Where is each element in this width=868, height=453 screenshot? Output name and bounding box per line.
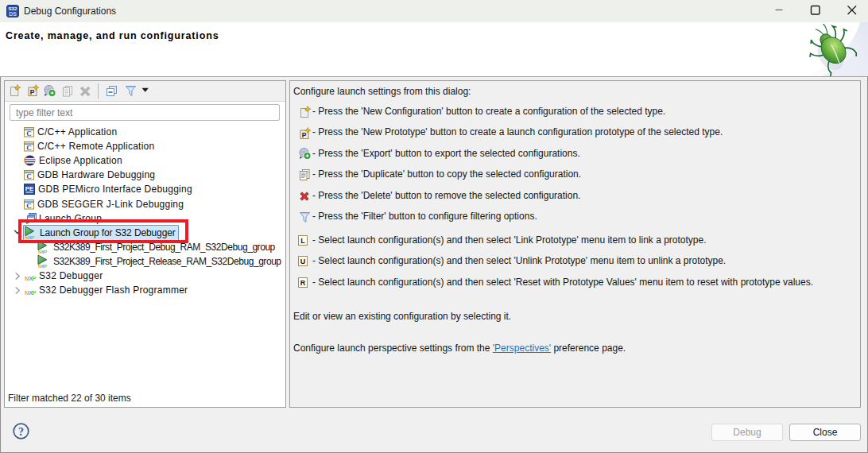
svg-text:NXP: NXP bbox=[38, 264, 47, 269]
svg-text:NXP: NXP bbox=[25, 275, 37, 282]
svg-text:NXP: NXP bbox=[38, 250, 47, 254]
svg-text:C: C bbox=[26, 144, 32, 152]
svg-text:P: P bbox=[302, 131, 307, 139]
svg-text:L: L bbox=[300, 237, 305, 245]
svg-text:NXP: NXP bbox=[25, 289, 37, 296]
svg-text:C: C bbox=[26, 172, 32, 180]
svg-text:C: C bbox=[26, 130, 32, 137]
svg-text:DS: DS bbox=[9, 11, 17, 17]
svg-text:PE: PE bbox=[25, 185, 34, 192]
svg-text:?: ? bbox=[18, 426, 24, 438]
svg-text:S32: S32 bbox=[8, 6, 17, 11]
svg-text:R: R bbox=[300, 279, 306, 287]
svg-text:C: C bbox=[26, 202, 32, 210]
svg-text:U: U bbox=[300, 257, 306, 265]
